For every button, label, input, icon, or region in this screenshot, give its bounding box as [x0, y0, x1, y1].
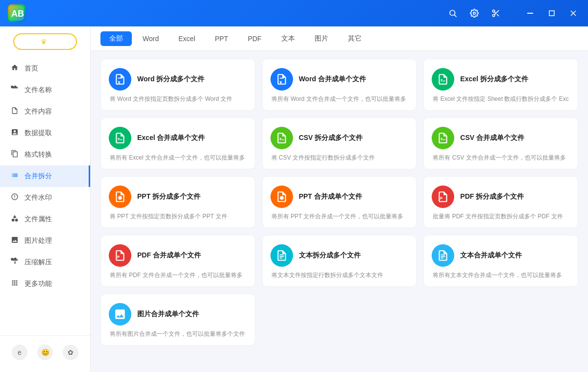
tab-excel[interactable]: Excel: [170, 32, 204, 46]
sidebar-item-filecontent[interactable]: 文件内容: [0, 101, 90, 122]
tabs-bar: 全部WordExcelPPTPDF文本图片其它: [91, 26, 588, 51]
nav-icon-filecontent: [10, 107, 20, 116]
card-desc-image-merge: 将所有图片合并成一个文件，也可以批量将多个文件: [109, 329, 247, 338]
nav-label-dataextract: 数据提取: [24, 129, 52, 138]
card-desc-text-merge: 将所有文本文件合并成一个文件，也可以批量将多: [432, 271, 570, 279]
sidebar-item-mergesplit[interactable]: 合并拆分: [0, 165, 90, 187]
tab-pdf[interactable]: PDF: [239, 32, 270, 46]
scissors-icon[interactable]: [487, 4, 505, 22]
svg-rect-11: [549, 11, 554, 16]
sidebar-item-watermark[interactable]: 文件水印: [0, 187, 90, 209]
sidebar-item-fileattr[interactable]: 文件属性: [0, 209, 90, 230]
card-desc-ppt-split: 将 PPT 文件按指定页数拆分成多个 PPT 文件: [109, 212, 247, 221]
svg-line-3: [454, 15, 456, 17]
card-excel-merge[interactable]: Excel 合并成单个文件 将所有 Excel 文件合并成一个文件，也可以批量将…: [100, 117, 255, 169]
card-header-csv-split: CSV 拆分成多个文件: [270, 127, 409, 149]
card-pdf-split[interactable]: PDF 拆分成多个文件 批量将 PDF 文件按指定页数拆分成多个 PDF 文件: [423, 176, 578, 228]
close-button[interactable]: [564, 3, 583, 23]
card-title-text-merge: 文本合并成单个文件: [460, 251, 522, 260]
card-pdf-merge[interactable]: PDF 合并成单个文件 将所有 PDF 文件合并成一个文件，也可以批量将多: [100, 235, 255, 287]
svg-rect-15: [279, 78, 284, 79]
card-desc-csv-split: 将 CSV 文件按指定行数拆分成多个文件: [270, 153, 409, 162]
window-controls: [520, 0, 583, 26]
nav-label-compress: 压缩解压: [24, 258, 52, 267]
tab-text[interactable]: 文本: [272, 31, 304, 46]
card-ppt-split[interactable]: PPT 拆分成多个文件 将 PPT 文件按指定页数拆分成多个 PPT 文件: [100, 176, 255, 228]
card-desc-excel-split: 将 Excel 文件按指定 Sheet 数或行数拆分成多个 Exc: [432, 94, 570, 103]
card-icon-image-merge: [109, 303, 131, 326]
sidebar-item-formatconvert[interactable]: 格式转换: [0, 144, 90, 165]
nav-icon-fileattr: [10, 214, 20, 224]
card-image-merge[interactable]: 图片合并成单个文件 将所有图片合并成一个文件，也可以批量将多个文件: [100, 294, 255, 346]
sidebar: ♛ 首页 文件名称 文件内容 数据提取 格式转换 合并拆分 文件水印 文件属性 …: [0, 26, 91, 372]
user-icon[interactable]: ✿: [63, 345, 78, 360]
settings-icon[interactable]: [466, 4, 483, 22]
main-layout: ♛ 首页 文件名称 文件内容 数据提取 格式转换 合并拆分 文件水印 文件属性 …: [0, 26, 588, 372]
card-text-merge[interactable]: 文本合并成单个文件 将所有文本文件合并成一个文件，也可以批量将多: [423, 235, 578, 287]
card-header-ppt-merge: PPT 合并成单个文件: [270, 186, 409, 208]
search-icon[interactable]: [444, 4, 462, 22]
svg-point-17: [280, 196, 284, 200]
copyright: [0, 363, 90, 368]
nav-label-watermark: 文件水印: [24, 193, 52, 202]
card-title-text-split: 文本拆分成多个文件: [299, 251, 361, 260]
tab-all[interactable]: 全部: [100, 31, 132, 46]
sidebar-item-home[interactable]: 首页: [0, 58, 90, 79]
nav-label-filecontent: 文件内容: [24, 107, 52, 116]
svg-point-4: [473, 12, 476, 15]
svg-rect-14: [118, 78, 122, 79]
nav-items: 首页 文件名称 文件内容 数据提取 格式转换 合并拆分 文件水印 文件属性 图片…: [0, 55, 90, 335]
card-icon-word-merge: [270, 68, 293, 91]
nav-label-fileattr: 文件属性: [24, 215, 52, 224]
svg-line-8: [497, 14, 499, 16]
card-csv-split[interactable]: CSV 拆分成多个文件 将 CSV 文件按指定行数拆分成多个文件: [262, 117, 417, 169]
svg-rect-10: [527, 13, 533, 14]
card-word-split[interactable]: Word 拆分成多个文件 将 Word 文件按指定页数拆分成多个 Word 文件: [100, 59, 255, 111]
card-header-csv-merge: CSV 合并成单个文件: [432, 127, 570, 149]
card-desc-pdf-split: 批量将 PDF 文件按指定页数拆分成多个 PDF 文件: [432, 212, 570, 221]
card-desc-word-merge: 将所有 Word 文件合并成一个文件，也可以批量将多: [270, 94, 409, 103]
header-icons: [444, 0, 505, 26]
minimize-button[interactable]: [520, 3, 540, 23]
tab-other[interactable]: 其它: [339, 31, 370, 46]
card-excel-split[interactable]: Excel 拆分成多个文件 将 Excel 文件按指定 Sheet 数或行数拆分…: [423, 59, 578, 111]
card-text-split[interactable]: 文本拆分成多个文件 将文本文件按指定行数拆分成多个文本文件: [262, 235, 417, 287]
nav-icon-formatconvert: [10, 150, 20, 160]
tab-word[interactable]: Word: [134, 32, 168, 46]
tab-image[interactable]: 图片: [306, 31, 337, 46]
card-header-excel-merge: Excel 合并成单个文件: [109, 127, 247, 149]
maximize-button[interactable]: [542, 3, 562, 23]
user-center-button[interactable]: ♛: [13, 33, 77, 50]
card-title-word-split: Word 拆分成多个文件: [137, 75, 204, 84]
sidebar-item-more[interactable]: 更多功能: [0, 273, 90, 295]
card-csv-merge[interactable]: CSV 合并成单个文件 将所有 CSV 文件合并成一个文件，也可以批量将多: [423, 117, 578, 169]
card-title-word-merge: Word 合并成单个文件: [299, 75, 366, 84]
card-title-image-merge: 图片合并成单个文件: [137, 310, 199, 319]
nav-icon-home: [10, 64, 20, 73]
sidebar-item-dataextract[interactable]: 数据提取: [0, 122, 90, 144]
card-icon-ppt-merge: [270, 186, 293, 208]
card-word-merge[interactable]: Word 合并成单个文件 将所有 Word 文件合并成一个文件，也可以批量将多: [262, 59, 417, 111]
chat-icon[interactable]: 😊: [37, 345, 53, 360]
card-ppt-merge[interactable]: PPT 合并成单个文件 将所有 PPT 文件合并成一个文件，也可以批量将多: [262, 176, 417, 228]
card-icon-text-merge: [432, 244, 454, 267]
card-icon-ppt-split: [109, 186, 131, 208]
nav-icon-imageprocess: [10, 236, 20, 246]
nav-icon-watermark: [10, 193, 20, 203]
nav-icon-mergesplit: [10, 171, 20, 181]
browser-icon[interactable]: e: [12, 345, 27, 360]
card-title-excel-split: Excel 拆分成多个文件: [460, 75, 528, 84]
card-header-text-split: 文本拆分成多个文件: [270, 244, 409, 267]
sidebar-item-filename[interactable]: 文件名称: [0, 79, 90, 101]
nav-label-more: 更多功能: [24, 279, 52, 288]
sidebar-item-compress[interactable]: 压缩解压: [0, 252, 90, 273]
svg-point-6: [492, 14, 495, 17]
card-icon-excel-split: [432, 68, 454, 91]
card-title-pdf-split: PDF 拆分成多个文件: [460, 192, 524, 201]
nav-label-mergesplit: 合并拆分: [24, 172, 52, 181]
card-title-ppt-split: PPT 拆分成多个文件: [137, 192, 200, 201]
tab-ppt[interactable]: PPT: [206, 32, 237, 46]
nav-icon-filename: [10, 85, 20, 95]
sidebar-item-imageprocess[interactable]: 图片处理: [0, 230, 90, 252]
sidebar-bottom-icons: e 😊 ✿: [0, 342, 90, 363]
